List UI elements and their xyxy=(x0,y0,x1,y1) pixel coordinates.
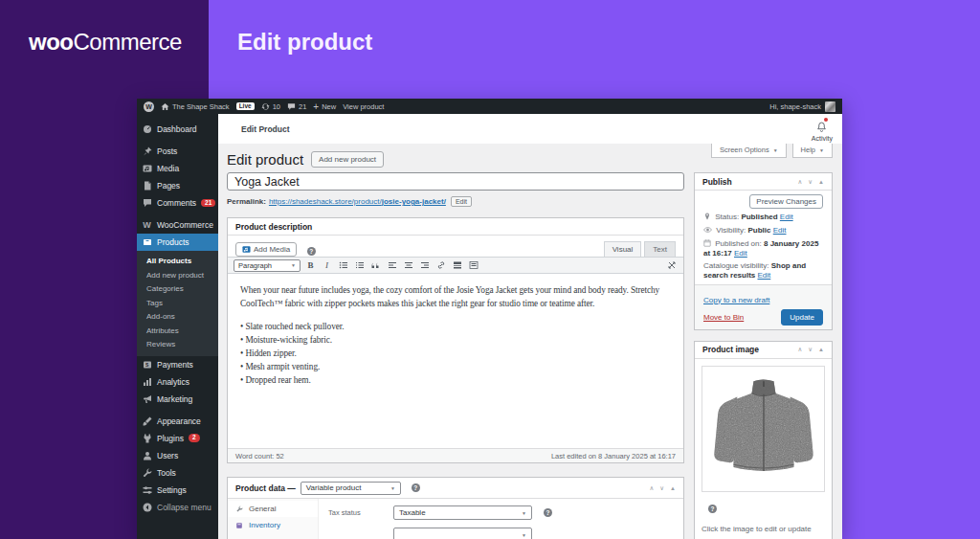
sidebar-item-woocommerce[interactable]: W WooCommerce xyxy=(137,216,218,234)
product-image-thumbnail[interactable] xyxy=(702,366,825,492)
submenu-reviews[interactable]: Reviews xyxy=(137,337,218,351)
sidebar-item-plugins[interactable]: Plugins 2 xyxy=(137,430,218,447)
product-type-select[interactable]: Variable product▼ xyxy=(301,482,401,495)
paragraph-format-select[interactable]: Paragraph▼ xyxy=(234,259,301,272)
link-button[interactable] xyxy=(434,259,447,272)
submenu-add-new-product[interactable]: Add new product xyxy=(137,268,218,282)
help-icon[interactable]: ? xyxy=(307,247,316,256)
submenu-add-ons[interactable]: Add-ons xyxy=(137,309,218,324)
toggle-panel-icon[interactable]: ▲ xyxy=(670,485,676,491)
tab-general[interactable]: General xyxy=(228,501,318,517)
fullscreen-button[interactable] xyxy=(665,259,678,272)
wordpress-logo-icon[interactable]: W xyxy=(144,101,154,112)
move-up-icon[interactable]: ∧ xyxy=(798,178,803,186)
align-center-button[interactable] xyxy=(402,259,414,272)
edit-visibility-link[interactable]: Edit xyxy=(773,226,787,235)
sidebar-item-marketing[interactable]: Marketing xyxy=(137,391,218,408)
move-down-icon[interactable]: ∨ xyxy=(808,178,813,186)
copy-to-draft-link[interactable]: Copy to a new draft xyxy=(703,296,769,304)
adminbar-greeting[interactable]: Hi, shape-shack xyxy=(769,102,821,111)
move-up-icon[interactable]: ∧ xyxy=(798,346,803,353)
screen-options-button[interactable]: Screen Options▼ xyxy=(711,144,787,158)
submenu-attributes[interactable]: Attributes xyxy=(137,324,218,338)
tab-visual[interactable]: Visual xyxy=(604,241,642,257)
toggle-panel-icon[interactable]: ▲ xyxy=(818,347,824,352)
plugin-icon xyxy=(142,433,152,443)
editor-content[interactable]: When your near future includes yoga, the… xyxy=(228,274,683,448)
editor-toolbar: Paragraph▼ B I xyxy=(228,257,683,274)
submenu-categories[interactable]: Categories xyxy=(137,281,218,296)
updates-icon xyxy=(261,102,270,111)
activity-widget[interactable]: Activity xyxy=(812,119,833,142)
help-button[interactable]: Help▼ xyxy=(792,144,833,158)
bulleted-list-button[interactable] xyxy=(337,259,349,272)
permalink-edit-button[interactable]: Edit xyxy=(451,196,472,207)
chevron-down-icon: ▼ xyxy=(819,147,824,153)
add-media-button[interactable]: Add Media xyxy=(235,242,297,257)
image-hint-text[interactable]: Click the image to edit or update xyxy=(702,525,825,533)
page-header-bar: Edit Product Activity xyxy=(218,114,842,144)
general-tab-icon xyxy=(235,505,244,513)
move-down-icon[interactable]: ∨ xyxy=(659,484,664,492)
tax-class-select[interactable]: ▼ xyxy=(393,528,532,539)
align-left-button[interactable] xyxy=(386,259,398,272)
submenu-tags[interactable]: Tags xyxy=(137,296,218,310)
align-right-button[interactable] xyxy=(418,259,431,272)
media-button-icon xyxy=(242,245,251,254)
toolbar-toggle-button[interactable] xyxy=(467,259,479,272)
sidebar-item-products[interactable]: Products xyxy=(137,234,218,251)
move-to-bin-link[interactable]: Move to Bin xyxy=(703,313,744,322)
sidebar-item-pages[interactable]: Pages xyxy=(137,177,218,194)
product-title-input[interactable]: Yoga Jacket xyxy=(227,172,684,191)
edit-published-link[interactable]: Edit xyxy=(734,249,747,258)
product-image-header[interactable]: Product image ∧ ∨ ▲ xyxy=(695,342,832,359)
woocommerce-logo: wooCommerce xyxy=(29,29,182,56)
blockquote-button[interactable] xyxy=(369,259,382,272)
sidebar-item-users[interactable]: Users xyxy=(137,447,218,464)
tab-text[interactable]: Text xyxy=(644,241,676,257)
home-icon xyxy=(161,102,169,111)
frame-page-title: Edit product xyxy=(237,29,372,56)
edit-status-link[interactable]: Edit xyxy=(780,213,793,221)
publish-panel-header[interactable]: Publish ∧ ∨ ▲ xyxy=(695,173,832,191)
update-button[interactable]: Update xyxy=(781,309,823,326)
read-more-button[interactable] xyxy=(451,259,463,272)
sidebar-item-tools[interactable]: Tools xyxy=(137,464,218,482)
move-up-icon[interactable]: ∧ xyxy=(650,484,655,492)
adminbar-site[interactable]: The Shape Shack xyxy=(161,102,230,111)
adminbar-updates[interactable]: 10 xyxy=(261,102,280,111)
italic-button[interactable]: I xyxy=(321,259,333,272)
adminbar-comments[interactable]: 21 xyxy=(287,102,306,111)
adminbar-view-product[interactable]: View product xyxy=(343,102,384,111)
publish-panel: Publish ∧ ∨ ▲ Preview Changes xyxy=(694,172,833,330)
status-row: Status: Published Edit xyxy=(703,213,823,223)
help-icon[interactable]: ? xyxy=(708,505,717,513)
sidebar-item-dashboard[interactable]: Dashboard xyxy=(137,121,218,138)
adminbar-new[interactable]: + New xyxy=(313,101,336,112)
help-icon[interactable]: ? xyxy=(544,508,552,517)
jacket-image xyxy=(703,369,823,489)
sidebar-item-appearance[interactable]: Appearance xyxy=(137,413,218,430)
sidebar-item-analytics[interactable]: Analytics xyxy=(137,373,218,391)
sidebar-item-settings[interactable]: Settings xyxy=(137,482,218,499)
description-panel-header[interactable]: Product description xyxy=(228,218,683,236)
numbered-list-button[interactable] xyxy=(353,259,366,272)
tax-status-select[interactable]: Taxable▼ xyxy=(393,505,532,520)
sidebar-item-media[interactable]: Media xyxy=(137,160,218,177)
tab-inventory[interactable]: Inventory xyxy=(228,517,318,533)
sidebar-item-comments[interactable]: Comments 21 xyxy=(137,194,218,212)
sidebar-item-payments[interactable]: S Payments xyxy=(137,356,218,373)
preview-changes-button[interactable]: Preview Changes xyxy=(749,194,823,209)
edit-catalogue-link[interactable]: Edit xyxy=(758,271,771,280)
product-image-panel: Product image ∧ ∨ ▲ xyxy=(694,341,833,539)
sidebar-item-posts[interactable]: Posts xyxy=(137,143,218,160)
submenu-all-products[interactable]: All Products xyxy=(137,254,218,268)
move-down-icon[interactable]: ∨ xyxy=(808,346,813,353)
sidebar-collapse-menu[interactable]: Collapse menu xyxy=(137,499,218,516)
bold-button[interactable]: B xyxy=(304,259,317,272)
add-new-product-button[interactable]: Add new product xyxy=(311,151,384,168)
help-icon[interactable]: ? xyxy=(412,483,420,492)
toggle-panel-icon[interactable]: ▲ xyxy=(818,179,824,185)
permalink-link[interactable]: https://shadeshack.store/product/josie-y… xyxy=(269,197,446,206)
description-bullet-list: Slate rouched neck pullover. Moisture-wi… xyxy=(240,321,671,388)
